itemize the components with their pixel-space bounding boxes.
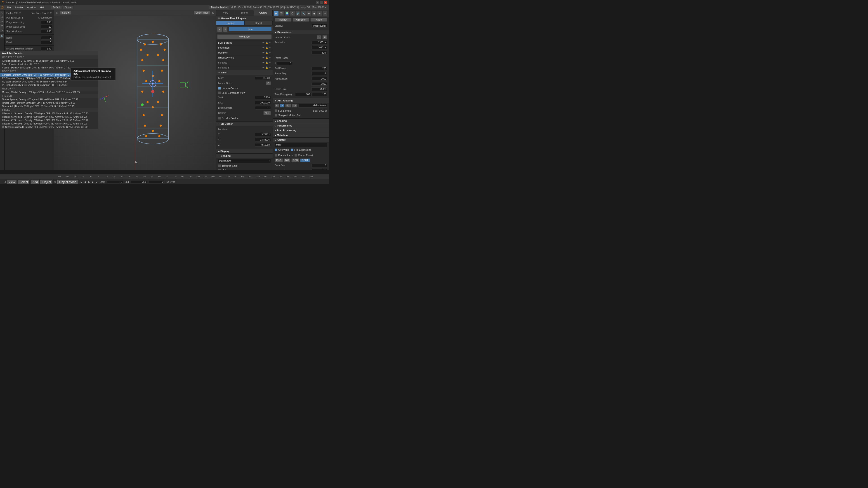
viewport-overlay-btn[interactable]: ⊡ — [212, 11, 214, 14]
gp-new-btn[interactable]: New — [228, 27, 272, 31]
next-frame-btn[interactable]: ▶ — [92, 181, 94, 183]
view-section-header[interactable]: View — [216, 70, 273, 75]
scene-icon-btn[interactable]: 🎬 — [279, 11, 284, 16]
dimensions-header[interactable]: Dimensions — [273, 30, 329, 34]
physics-icon-btn[interactable]: ⚛ — [322, 11, 328, 16]
preset-rc-slabs[interactable]: RC Slabs | Density: 2400 kg/m³ CPR: 35 N… — [0, 84, 98, 87]
gp-layer-surfaces2[interactable]: Surfaces 2 👁 🔒 ✏ — [216, 65, 273, 70]
preset-timber-larch[interactable]: Timber Larch | Density: 590 kg/m³ CPR: 4… — [0, 101, 98, 105]
render-border-checkbox[interactable] — [218, 117, 221, 120]
layer-visibility-icon-4[interactable]: 👁 — [262, 57, 265, 59]
layer-lock-icon-3[interactable]: 🔒 — [266, 52, 268, 54]
shading-mode-select[interactable]: Multitexture ▾ — [218, 159, 271, 163]
full-sample-cb[interactable] — [275, 109, 277, 112]
render-icon-btn[interactable]: ▶ — [274, 11, 279, 16]
rgba-btn[interactable]: RGBA — [300, 158, 310, 162]
gp-layer-foundation[interactable]: Foundation 👁 🔒 ✏ — [216, 45, 273, 51]
layer-visibility-icon-5[interactable]: 👁 — [262, 61, 265, 64]
file-ext-cb[interactable] — [291, 149, 293, 151]
output-header[interactable]: Output — [273, 138, 329, 142]
audio-btn[interactable]: Audio — [310, 18, 327, 22]
jump-end-btn[interactable]: ▶| — [96, 181, 98, 183]
layer-visibility-icon-6[interactable]: 👁 — [262, 66, 265, 69]
layer-visibility-icon[interactable]: 👁 — [262, 41, 265, 44]
overwrite-cb[interactable] — [275, 149, 277, 151]
tab-search[interactable]: Search — [235, 10, 254, 15]
viewport-shading-btn[interactable]: Solid ▾ — [60, 11, 71, 15]
particle-icon-btn[interactable]: ✦ — [317, 11, 322, 16]
menu-render[interactable]: Render — [13, 6, 25, 9]
start-frame-val[interactable]: 1 — [107, 180, 123, 184]
preset-timber-ash[interactable]: Timber Ash | Density: 690 kg/m³ CPR: 50 … — [0, 105, 98, 108]
post-processing-header[interactable]: Post Processing — [273, 128, 329, 133]
lock-object-btn[interactable]: ⊡ — [266, 81, 271, 85]
tool-icon-6[interactable]: 🔍 — [0, 34, 4, 38]
motion-blur-cb[interactable] — [275, 114, 277, 117]
render-shading-header[interactable]: Shading — [273, 119, 329, 123]
preset-rc-walls[interactable]: RC Walls | Density: 2400 kg/m³ CPR: 35 N… — [0, 80, 98, 84]
modifier-icon-btn[interactable]: 🔧 — [301, 11, 306, 16]
shading-section-header[interactable]: Shading — [216, 154, 273, 158]
aa-8-btn[interactable]: 8 — [280, 104, 285, 107]
aa-5-btn[interactable]: 5 — [275, 104, 279, 107]
layer-visibility-icon-2[interactable]: 👁 — [262, 46, 265, 49]
prev-frame-btn[interactable]: ◀ — [84, 181, 86, 183]
close-button[interactable]: ✕ — [324, 1, 327, 4]
layer-edit-icon-5[interactable]: ✏ — [269, 61, 271, 64]
maximize-button[interactable]: □ — [320, 1, 323, 4]
minimize-button[interactable]: ─ — [316, 1, 319, 4]
play-btn[interactable]: ▶ — [88, 180, 90, 184]
layer-visibility-icon-3[interactable]: 👁 — [262, 52, 265, 54]
layer-lock-icon[interactable]: 🔒 — [266, 41, 268, 44]
tool-icon-2[interactable]: ⊕ — [0, 15, 4, 19]
menu-window[interactable]: Window — [25, 6, 38, 9]
cache-result-cb[interactable] — [294, 154, 297, 157]
gp-layer-members[interactable]: Members 👁 🔒 ✏ — [216, 51, 273, 55]
gp-draw-btn[interactable]: ✏ — [217, 26, 222, 32]
lock-cursor-checkbox[interactable] — [218, 87, 221, 90]
preset-ibeams1-screwed[interactable]: I-Beams #1 Screwed | Density: 7800 kg/m³… — [0, 112, 98, 115]
render-presets-remove-btn[interactable]: ✕ — [322, 35, 327, 39]
camera-select-btn[interactable]: ⊡ ✕ — [264, 111, 271, 115]
metadata-header[interactable]: Metadata — [273, 133, 329, 137]
render-presets-add-btn[interactable]: + — [317, 35, 321, 39]
engine-selector[interactable]: Blender Render — [209, 5, 229, 9]
rgb-btn[interactable]: RGB — [291, 158, 300, 162]
gp-add-btn[interactable]: + — [223, 26, 228, 32]
world-icon-btn[interactable]: 🌍 — [285, 11, 289, 16]
gp-tab-scene[interactable]: Scene — [216, 21, 245, 25]
scene-selector[interactable]: Scene — [63, 5, 73, 9]
add-btn[interactable]: Add — [31, 180, 40, 184]
bw-btn[interactable]: BW — [284, 158, 290, 162]
layer-lock-icon-4[interactable]: 🔒 — [266, 57, 268, 59]
preset-timber-spruce[interactable]: Timber Spruce | Density: 470 kg/m³ CPR: … — [0, 98, 98, 101]
aa-16-btn[interactable]: 16 — [292, 104, 298, 107]
mode-selector[interactable]: Default — [51, 5, 62, 9]
matcap-cb[interactable] — [218, 169, 221, 170]
data-icon-btn[interactable]: ◈ — [306, 11, 311, 16]
gp-new-layer-btn[interactable]: New Layer — [217, 34, 272, 39]
menu-file[interactable]: File — [5, 6, 13, 9]
animation-btn[interactable]: Animation — [292, 18, 309, 22]
preset-ibeams1-welded[interactable]: I-Beams #1 Welded | Density: 7800 kg/m³ … — [0, 115, 98, 119]
layer-edit-icon-3[interactable]: ✏ — [269, 52, 271, 54]
preset-ibeams2-screwed[interactable]: I-Beams #2 Screwed | Density: 7800 kg/m³… — [0, 119, 98, 122]
global-local-btn[interactable]: Object Mode — [193, 11, 211, 15]
placeholders-cb[interactable] — [275, 154, 277, 157]
tool-icon-3[interactable]: ↔ — [0, 20, 4, 24]
lock-camera-checkbox[interactable] — [218, 92, 221, 94]
preset-default[interactable]: [Default] | Density: 2400 kg/m³ CPR: 35 … — [0, 59, 98, 63]
mode-btn[interactable]: Object Mode — [57, 180, 78, 184]
preset-ibeams2-welded[interactable]: I-Beams #2 Welded | Density: 7800 kg/m³ … — [0, 122, 98, 125]
object-icon-btn[interactable]: ⬡ — [290, 11, 295, 16]
tab-groups[interactable]: Groups — [254, 10, 273, 15]
layer-lock-icon-6[interactable]: 🔒 — [266, 66, 268, 69]
layer-edit-icon-4[interactable]: ✏ — [269, 57, 271, 59]
material-icon-btn[interactable]: ◉ — [312, 11, 317, 16]
gp-layer-surfaces[interactable]: Surfaces 👁 🔒 ✏ — [216, 60, 273, 65]
tool-icon-1[interactable]: ↖ — [0, 11, 4, 15]
aa-11-btn[interactable]: 11 — [285, 104, 291, 107]
menu-help[interactable]: Help — [38, 6, 47, 9]
layer-lock-icon-2[interactable]: 🔒 — [266, 46, 268, 49]
format-btn[interactable]: PNG — [275, 158, 283, 162]
